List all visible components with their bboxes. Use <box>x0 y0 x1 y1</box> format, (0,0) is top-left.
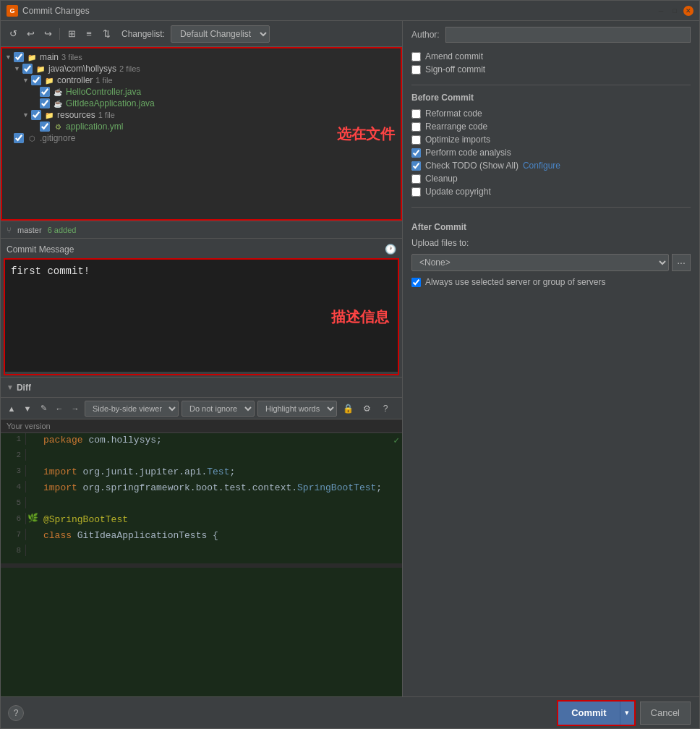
code-line-8: 8 <box>1 545 402 560</box>
line-num-5: 5 <box>1 497 26 508</box>
commit-button-group: Commit ▾ <box>557 700 635 726</box>
toolbar-refresh-btn[interactable]: ↺ <box>5 26 21 42</box>
reformat-checkbox[interactable] <box>411 109 421 119</box>
changelist-label: Changelist: <box>121 29 165 39</box>
code-line-4: 4 import org.springframework.boot.test.c… <box>1 481 402 497</box>
tree-check-yaml[interactable] <box>40 122 50 132</box>
tree-label-gitidea: GitIdeaApplication.java <box>66 98 155 108</box>
upload-select[interactable]: <None> <box>411 254 669 271</box>
changelist-select[interactable]: Default Changelist <box>171 25 270 43</box>
toolbar-collapse-btn[interactable]: ⇅ <box>98 26 114 42</box>
diff-code: 1 package com.hollysys; ✓ 2 <box>1 433 402 696</box>
cleanup-checkbox[interactable] <box>411 174 421 184</box>
divider-1 <box>411 85 691 85</box>
tree-label-gitignore: .gitignore <box>40 133 75 143</box>
java-icon-gitidea: ☕ <box>53 98 63 108</box>
check-todo-checkbox[interactable] <box>411 161 421 171</box>
tree-item-yaml[interactable]: ⚙ application.yml <box>2 121 401 132</box>
check-todo-row: Check TODO (Show All) Configure <box>411 161 691 171</box>
tree-item-controller[interactable]: ▼ 📁 controller 1 file <box>2 74 401 86</box>
tree-check-java[interactable] <box>22 64 33 74</box>
tree-count-controller: 1 file <box>95 76 112 85</box>
upload-browse-button[interactable]: ··· <box>672 254 691 271</box>
update-copyright-checkbox[interactable] <box>411 187 421 197</box>
highlight-dropdown[interactable]: Highlight words <box>257 401 337 417</box>
tree-item-gitignore[interactable]: ⬡ .gitignore <box>2 132 401 144</box>
ignore-dropdown[interactable]: Do not ignore <box>182 401 255 417</box>
configure-link[interactable]: Configure <box>523 161 560 171</box>
toolbar-expand-btn[interactable]: ≡ <box>81 26 97 42</box>
tree-item-main[interactable]: ▼ 📁 main 3 files <box>2 51 401 63</box>
cancel-button[interactable]: Cancel <box>640 702 691 725</box>
check-todo-label: Check TODO (Show All) <box>425 161 518 171</box>
tree-check-hello[interactable] <box>40 87 50 97</box>
rearrange-row: Rearrange code <box>411 122 691 132</box>
always-use-row: Always use selected server or group of s… <box>411 277 691 287</box>
upload-row: Upload files to: <box>411 238 691 248</box>
bottom-bar: Commit ▾ Cancel <box>1 696 699 728</box>
right-panel: Author: Amend commit Sign-off commit Bef… <box>403 21 699 696</box>
tree-item-resources[interactable]: ▼ 📁 resources 1 file <box>2 109 401 121</box>
optimize-label: Optimize imports <box>425 135 490 145</box>
diff-right-btn[interactable]: → <box>69 402 82 415</box>
collapse-arrow[interactable]: ▼ <box>7 383 14 391</box>
close-button[interactable]: ✕ <box>683 6 693 16</box>
toolbar-undo-btn[interactable]: ↩ <box>22 26 38 42</box>
window-title: Commit Changes <box>22 6 90 16</box>
line-indicator-6: 🌿 <box>26 513 39 524</box>
author-row: Author: <box>411 27 691 43</box>
line-content-8 <box>39 545 402 558</box>
update-copyright-row: Update copyright <box>411 187 691 197</box>
tree-item-java[interactable]: ▼ 📁 java\com\hollysys 2 files <box>2 63 401 74</box>
horizontal-scrollbar[interactable] <box>1 563 402 568</box>
toolbar-redo-btn[interactable]: ↪ <box>40 26 56 42</box>
rearrange-checkbox[interactable] <box>411 122 421 132</box>
toolbar-group-btn[interactable]: ⊞ <box>64 26 80 42</box>
help-button[interactable]: ? <box>8 705 24 721</box>
code-line-1: 1 package com.hollysys; ✓ <box>1 433 402 449</box>
author-label: Author: <box>411 30 440 40</box>
maximize-button[interactable]: □ <box>670 6 680 16</box>
commit-button[interactable]: Commit <box>558 702 619 725</box>
perform-analysis-checkbox[interactable] <box>411 148 421 158</box>
tree-check-gitignore[interactable] <box>14 133 24 143</box>
optimize-checkbox[interactable] <box>411 135 421 145</box>
code-line-7: 7 class GitIdeaApplicationTests { <box>1 529 402 545</box>
author-input[interactable] <box>445 27 691 43</box>
always-use-label: Always use selected server or group of s… <box>425 277 605 287</box>
tree-check-controller[interactable] <box>31 75 41 85</box>
sign-off-checkbox[interactable] <box>411 65 421 74</box>
git-icon-gitignore: ⬡ <box>27 133 37 143</box>
diff-down-btn[interactable]: ▼ <box>21 402 34 415</box>
tree-check-gitidea[interactable] <box>40 98 50 108</box>
tree-arrow-resources: ▼ <box>22 111 31 119</box>
diff-version-label: Your version <box>1 419 402 433</box>
tree-check-main[interactable] <box>14 52 24 62</box>
diff-left-btn[interactable]: ← <box>53 402 66 415</box>
commit-dropdown-button[interactable]: ▾ <box>620 702 634 725</box>
settings-icon-btn[interactable]: ⚙ <box>359 401 375 417</box>
line-num-6: 6 <box>1 513 26 524</box>
main-content: ↺ ↩ ↪ ⊞ ≡ ⇅ Changelist: Default Changeli… <box>1 21 699 696</box>
tree-check-resources[interactable] <box>31 110 41 120</box>
diff-edit-btn[interactable]: ✎ <box>37 402 50 415</box>
diff-up-btn[interactable]: ▲ <box>5 402 18 415</box>
commit-textarea[interactable]: first commit! <box>5 260 398 372</box>
help-icon-btn[interactable]: ? <box>377 401 393 417</box>
line-num-1: 1 <box>1 433 26 445</box>
amend-commit-label: Amend commit <box>425 51 483 61</box>
tree-item-gitidea[interactable]: ☕ GitIdeaApplication.java <box>2 98 401 109</box>
reformat-row: Reformat code <box>411 108 691 119</box>
lock-icon-btn[interactable]: 🔒 <box>340 401 356 417</box>
title-bar: G Commit Changes ─ □ ✕ <box>1 1 699 21</box>
amend-commit-checkbox[interactable] <box>411 52 421 61</box>
tree-count-main: 3 files <box>61 53 82 61</box>
divider-2 <box>411 207 691 208</box>
viewer-dropdown[interactable]: Side-by-side viewer <box>85 401 179 417</box>
tree-item-hello[interactable]: ☕ HelloController.java <box>2 86 401 98</box>
always-use-checkbox[interactable] <box>411 278 421 287</box>
tree-label-hello: HelloController.java <box>66 87 141 97</box>
commit-message-section: Commit Message 🕐 first commit! 描述信息 <box>1 238 402 377</box>
line-num-2: 2 <box>1 449 26 461</box>
minimize-button[interactable]: ─ <box>656 6 666 16</box>
